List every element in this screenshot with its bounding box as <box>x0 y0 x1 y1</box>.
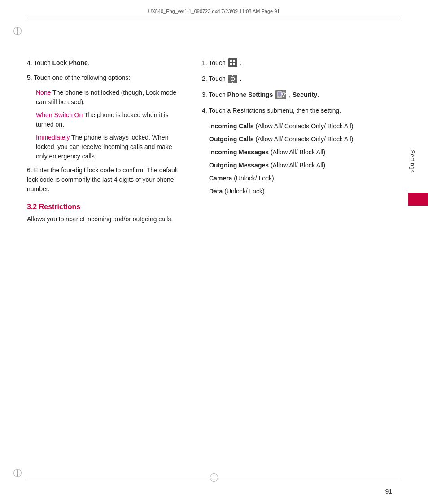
svg-point-15 <box>279 96 280 97</box>
subitem-none-text: The phone is not locked (though, Lock mo… <box>36 89 176 105</box>
svg-rect-9 <box>232 82 233 83</box>
left-column: 4. Touch Lock Phone. 5. Touch one of the… <box>27 36 193 468</box>
list-item-6: 6. Enter the four-digit lock code to con… <box>27 166 179 194</box>
right-item-3: 3. Touch Phone Settings , Security. <box>202 90 401 100</box>
item6-text: Enter the four-digit lock code to confir… <box>27 167 178 193</box>
item5-text: 5. Touch one of the following options: <box>27 74 130 81</box>
settings-icon <box>228 75 237 83</box>
restriction-data: Data (Unlock/ Lock) <box>209 187 401 196</box>
reg-cross-bottom-left <box>13 469 22 477</box>
subitem-when: When Switch On The phone is locked when … <box>36 110 179 129</box>
right-item1-suffix: . <box>240 59 241 66</box>
svg-rect-3 <box>230 63 232 65</box>
reg-cross-top-left <box>13 27 22 35</box>
svg-rect-0 <box>228 58 237 67</box>
svg-rect-10 <box>229 79 230 79</box>
data-text: (Unlock/ Lock) <box>223 188 264 195</box>
svg-rect-11 <box>236 79 237 79</box>
svg-rect-19 <box>281 93 282 94</box>
page-container: UX840_Eng_ver1.1_090723.qxd 7/23/09 11:0… <box>0 0 428 504</box>
restriction-outgoing-calls: Outgoing Calls (Allow All/ Contacts Only… <box>209 135 401 144</box>
item6-number: 6. <box>27 167 34 174</box>
svg-rect-8 <box>232 75 233 76</box>
sidebar-label: Settings <box>409 150 415 173</box>
phone-settings-icon <box>275 90 286 99</box>
svg-rect-18 <box>283 96 284 97</box>
header-text: UX840_Eng_ver1.1_090723.qxd 7/23/09 11:0… <box>148 9 280 14</box>
incoming-messages-text: (Allow All/ Block All) <box>269 149 325 156</box>
restriction-outgoing-messages: Outgoing Messages (Allow All/ Block All) <box>209 161 401 170</box>
svg-rect-14 <box>278 92 281 96</box>
right-item1-prefix: 1. Touch <box>202 59 227 66</box>
outgoing-messages-text: (Allow All/ Block All) <box>269 162 325 169</box>
top-line <box>27 18 401 18</box>
list-item-5: 5. Touch one of the following options: <box>27 73 179 83</box>
incoming-calls-label: Incoming Calls <box>209 123 254 130</box>
restriction-camera: Camera (Unlock/ Lock) <box>209 174 401 183</box>
svg-rect-4 <box>233 63 235 65</box>
content-area: 4. Touch Lock Phone. 5. Touch one of the… <box>27 36 401 468</box>
sidebar-pink-bar <box>408 193 428 206</box>
subitem-none: None The phone is not locked (though, Lo… <box>36 88 179 107</box>
item4-number: 4. Touch <box>27 59 52 66</box>
outgoing-messages-label: Outgoing Messages <box>209 162 269 169</box>
incoming-messages-label: Incoming Messages <box>209 149 269 156</box>
restriction-incoming-messages: Incoming Messages (Allow All/ Block All) <box>209 148 401 157</box>
restriction-incoming-calls: Incoming Calls (Allow All/ Contacts Only… <box>209 122 401 131</box>
right-item2-prefix: 2. Touch <box>202 75 227 82</box>
sidebar-label-container: Settings <box>406 135 428 188</box>
right-item-1: 1. Touch . <box>202 58 401 68</box>
right-item4-prefix: 4. <box>202 107 209 114</box>
section-description: Allows you to restrict incoming and/or o… <box>27 215 179 224</box>
apps-icon <box>228 58 237 67</box>
page-number: 91 <box>385 488 392 495</box>
svg-point-7 <box>232 78 233 79</box>
svg-rect-17 <box>283 92 284 92</box>
camera-label: Camera <box>209 175 232 182</box>
list-item-4: 4. Touch Lock Phone. <box>27 58 179 68</box>
right-item-4: 4. Touch a Restrictions submenu, then th… <box>202 106 401 115</box>
outgoing-calls-label: Outgoing Calls <box>209 136 254 143</box>
right-item3-prefix: 3. Touch <box>202 91 227 98</box>
subitem-immediately-label: Immediately <box>36 134 70 141</box>
section-32: 3.2 Restrictions Allows you to restrict … <box>27 203 179 224</box>
section-heading: 3.2 Restrictions <box>27 203 179 211</box>
reg-cross-bottom-center <box>210 473 218 482</box>
subitem-none-label: None <box>36 89 51 96</box>
item4-bold: Lock Phone <box>52 59 88 66</box>
data-label: Data <box>209 188 223 195</box>
bottom-line <box>27 479 401 479</box>
subitem-when-label: When Switch On <box>36 111 83 118</box>
svg-rect-2 <box>233 60 235 62</box>
camera-text: (Unlock/ Lock) <box>232 175 274 182</box>
right-item3-suffix: , Security. <box>289 91 319 98</box>
right-item-2: 2. Touch . <box>202 74 401 83</box>
right-item3-bold: Phone Settings <box>227 91 273 98</box>
svg-rect-1 <box>230 60 232 62</box>
incoming-calls-text: (Allow All/ Contacts Only/ Block All) <box>254 123 354 130</box>
right-item4-text: Touch a Restrictions submenu, then the s… <box>209 107 341 114</box>
outgoing-calls-text: (Allow All/ Contacts Only/ Block All) <box>254 136 354 143</box>
right-column: 1. Touch . 2. Touch <box>193 36 401 468</box>
item4-period: . <box>88 59 90 66</box>
subitem-immediately: Immediately The phone is always locked. … <box>36 133 179 161</box>
right-item2-suffix: . <box>240 75 241 82</box>
header-bar: UX840_Eng_ver1.1_090723.qxd 7/23/09 11:0… <box>27 4 401 18</box>
svg-rect-20 <box>285 93 286 94</box>
